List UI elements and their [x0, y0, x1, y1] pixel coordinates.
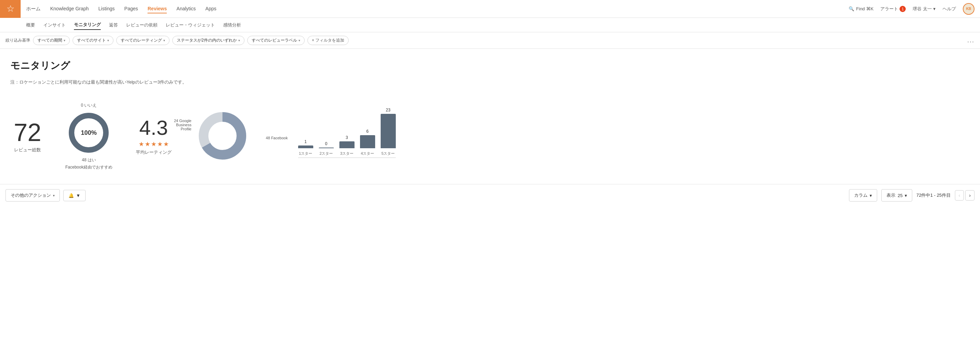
pie-chart-section: 24 GoogleBusinessProfile 48 Facebook [195, 108, 250, 164]
pie-svg [195, 108, 250, 163]
nav-reviews[interactable]: Reviews [148, 5, 167, 13]
nav-apps[interactable]: Apps [205, 5, 216, 13]
bar-2star: 0 2スター [319, 141, 334, 156]
bar-5star: 23 5スター [381, 108, 396, 156]
star-4: ★ [157, 140, 163, 148]
subnav-review-widget[interactable]: レビュー・ウィジェット [166, 21, 215, 30]
total-reviews-section: 72 レビュー総数 [10, 120, 45, 153]
bars-container: 1 1スター 0 2スター 3 3スター 6 [298, 115, 396, 156]
filter-more-button[interactable]: ... [967, 37, 975, 44]
filter-reviewer-label[interactable]: すべてのレビューラベル ▾ [247, 36, 305, 45]
svg-point-4 [209, 122, 236, 150]
donut-chart-section: 0 いいえ 100% 48 はい Facebook経由でおすすめ [65, 102, 113, 170]
total-reviews-number: 72 [10, 120, 45, 145]
nav-analytics[interactable]: Analytics [177, 5, 196, 13]
total-reviews-label: レビュー総数 [10, 147, 45, 153]
logo[interactable]: ☆ [0, 0, 21, 18]
bar-4star: 6 4スター [360, 129, 375, 156]
star-1: ★ [138, 140, 144, 148]
avg-rating-label: 平均レーティング [133, 149, 174, 155]
donut-bottom-label: 48 はい [65, 157, 113, 163]
top-nav: ☆ ホーム Knowledge Graph Listings Pages Rev… [0, 0, 980, 18]
donut-chart: 100% [66, 110, 111, 155]
chevron-down-icon: ▾ [299, 38, 300, 42]
page-info: 72件中1 - 25件目 [916, 192, 951, 198]
find-icon: 🔍 [849, 6, 854, 11]
chevron-down-icon: ▾ [107, 38, 109, 42]
subnav-monitoring[interactable]: モニタリング [74, 20, 101, 30]
bell-icon: 🔔 [68, 193, 74, 198]
filter-period[interactable]: すべての期間 ▾ [33, 36, 70, 45]
alert-badge: 1 [899, 6, 906, 12]
chevron-down-icon: ▾ [870, 193, 872, 198]
chevron-down-icon: ▾ [238, 38, 240, 42]
page-navigation: ‹ › [955, 190, 975, 201]
nav-knowledge-graph[interactable]: Knowledge Graph [50, 5, 89, 13]
bottom-bar: その他のアクション ▾ 🔔 ▼ カラム ▾ 表示 25 ▾ 72件中1 - 25… [0, 184, 980, 206]
right-controls: カラム ▾ 表示 25 ▾ 72件中1 - 25件目 ‹ › [849, 189, 975, 202]
chevron-down-icon: ▾ [64, 38, 65, 42]
avatar: KB [963, 3, 975, 15]
add-filter-button[interactable]: + フィルタを追加 [307, 36, 349, 45]
nav-home[interactable]: ホーム [26, 5, 41, 13]
alert-button[interactable]: アラート 1 [880, 6, 906, 12]
subnav-reply[interactable]: 返答 [109, 21, 118, 30]
chevron-down-icon: ▾ [53, 194, 55, 198]
bar-1star: 1 1スター [298, 139, 313, 156]
pie-legend-facebook: 48 Facebook [266, 136, 288, 140]
main-content: モニタリング 注：ロケーションごとに利用可能なのは最も関連性が高いYelpのレビ… [0, 49, 980, 184]
help-button[interactable]: ヘルプ [942, 6, 956, 12]
pie-legend-google: 24 GoogleBusinessProfile [147, 119, 191, 131]
pie-wrapper: 24 GoogleBusinessProfile 48 Facebook [195, 108, 250, 164]
star-3: ★ [151, 140, 156, 148]
subnav-sentiment[interactable]: 感情分析 [223, 21, 241, 30]
donut-top-label: 0 いいえ [65, 102, 113, 108]
column-button[interactable]: カラム ▾ [849, 189, 877, 202]
find-button[interactable]: 🔍 Find ⌘K [849, 6, 874, 11]
prev-page-button[interactable]: ‹ [955, 190, 964, 201]
page-title: モニタリング [10, 59, 970, 72]
donut-caption: Facebook経由でおすすめ [65, 164, 113, 170]
note-text: 注：ロケーションごとに利用可能なのは最も関連性が高いYelpのレビュー3件のみで… [10, 79, 970, 85]
next-page-button[interactable]: › [965, 190, 975, 201]
filter-label: 絞り込み基準 [5, 37, 30, 43]
nav-pages[interactable]: Pages [124, 5, 138, 13]
nav-listings[interactable]: Listings [99, 5, 115, 13]
donut-center-text: 100% [81, 129, 97, 137]
sub-nav: 概要 インサイト モニタリング 返答 レビューの依頼 レビュー・ウィジェット 感… [0, 18, 980, 32]
filter-rating[interactable]: すべてのレーティング ▾ [116, 36, 170, 45]
nav-right: 🔍 Find ⌘K アラート 1 堺谷 太一 ▾ ヘルプ KB [849, 3, 975, 15]
main-nav: ホーム Knowledge Graph Listings Pages Revie… [26, 5, 849, 13]
chevron-down-icon: ▾ [933, 6, 935, 11]
stats-row: 72 レビュー総数 0 いいえ 100% 48 はい Facebook経由でおす… [10, 96, 970, 177]
filter-site[interactable]: すべてのサイト ▾ [73, 36, 113, 45]
user-menu-button[interactable]: 堺谷 太一 ▾ [913, 6, 935, 12]
bar-axis [298, 158, 396, 158]
bar-chart-section: 1 1スター 0 2スター 3 3スター 6 [298, 115, 396, 158]
filter-status[interactable]: ステータスが2件の内のいずれか ▾ [172, 36, 245, 45]
chevron-down-icon: ▾ [163, 38, 165, 42]
subnav-insights[interactable]: インサイト [43, 21, 66, 30]
stars-row: ★ ★ ★ ★ ★ [133, 140, 174, 148]
star-5-half: ★ [163, 140, 169, 148]
subnav-review-request[interactable]: レビューの依頼 [126, 21, 158, 30]
other-actions-button[interactable]: その他のアクション ▾ [5, 189, 60, 202]
bell-button[interactable]: 🔔 ▼ [63, 190, 86, 201]
logo-star: ☆ [6, 3, 14, 14]
subnav-overview[interactable]: 概要 [26, 21, 35, 30]
filter-bar: 絞り込み基準 すべての期間 ▾ すべてのサイト ▾ すべてのレーティング ▾ ス… [0, 32, 980, 49]
chevron-down-icon: ▾ [905, 193, 907, 198]
bar-3star: 3 3スター [339, 135, 355, 156]
show-count-button[interactable]: 表示 25 ▾ [881, 189, 912, 202]
star-2: ★ [145, 140, 150, 148]
